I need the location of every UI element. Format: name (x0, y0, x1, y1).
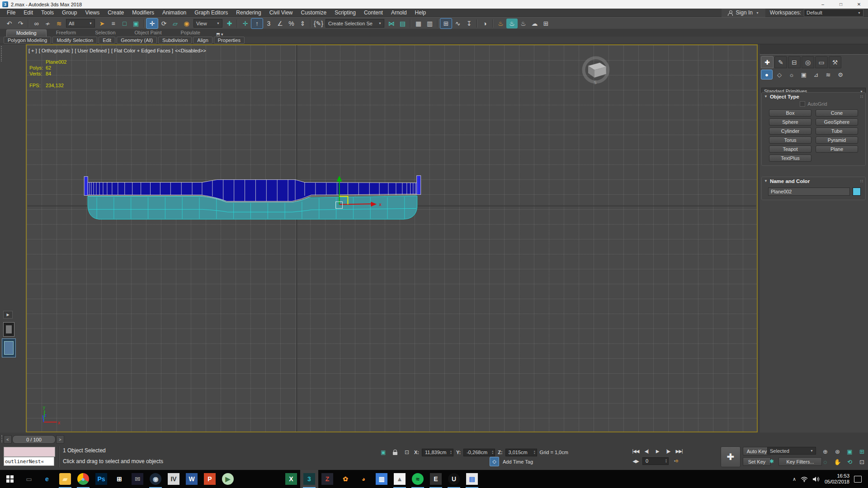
time-configuration-icon[interactable]: ◔⚙ (670, 457, 680, 465)
rendered-frame-window-icon[interactable]: ♨ (506, 19, 518, 28)
maximize-viewport-icon[interactable]: ⊡ (856, 457, 868, 467)
3ds-max[interactable]: 3 (300, 470, 318, 488)
menu-item[interactable]: Content (360, 9, 387, 16)
viewport-layout-tab-2-active[interactable] (2, 338, 16, 357)
maxscript-mini-listener[interactable]: outlinerNest« (4, 457, 54, 466)
modify-tab[interactable]: ✎ (774, 56, 787, 68)
close-button[interactable]: ✕ (850, 0, 868, 9)
cameras-category-icon[interactable]: ▣ (798, 70, 809, 79)
primitive-button[interactable]: GeoSphere (816, 118, 858, 126)
primitive-button[interactable]: Teapot (769, 145, 811, 153)
redo-icon[interactable]: ↷ (15, 19, 26, 28)
spotify[interactable]: ≈ (409, 470, 427, 488)
volume-icon[interactable] (812, 476, 820, 482)
display-tab[interactable]: ▭ (815, 56, 828, 68)
menu-item[interactable]: Arnold (387, 9, 411, 16)
app-iv[interactable]: IV (165, 470, 183, 488)
menu-item[interactable]: Modifiers (128, 9, 158, 16)
viewport-menu-pov[interactable]: [ Orthographic ] (39, 48, 73, 53)
ribbon-panel-button[interactable]: Properties (214, 37, 245, 44)
previous-frame-button[interactable]: ◀| (642, 447, 651, 455)
blender[interactable]: ◕ (354, 470, 373, 488)
photoshop[interactable]: Ps (92, 470, 110, 488)
reference-coordinate-dropdown[interactable]: View ▼ (193, 19, 222, 28)
mirror-icon[interactable]: ⋈ (386, 19, 397, 28)
time-tag-cube-icon[interactable]: ◇ (490, 457, 499, 466)
ribbon-panel-button[interactable]: Subdivision (158, 37, 192, 44)
spinner-icon[interactable]: ▲▼ (450, 450, 452, 455)
geometry-category-icon[interactable]: ● (761, 70, 773, 80)
name-color-rollout-header[interactable]: ▼ Name and Color ∷ (762, 177, 865, 185)
create-animation-button[interactable]: ✚ (721, 446, 741, 467)
menu-item[interactable]: Rendering (232, 9, 265, 16)
mail-app[interactable]: ✉ (128, 470, 146, 488)
ribbon-tab[interactable]: Modeling (6, 29, 47, 37)
play-button[interactable]: ▶ (652, 447, 662, 455)
viewport[interactable]: x x y z S (26, 44, 758, 432)
edge[interactable]: e (38, 470, 56, 488)
menu-item[interactable]: Scripting (330, 9, 360, 16)
start-button[interactable] (0, 470, 20, 488)
viewport-menu-general[interactable]: [ + ] (28, 48, 37, 53)
schematic-view-icon[interactable]: ↧ (463, 19, 475, 28)
isolate-selection-icon[interactable]: ▣ (379, 448, 388, 456)
selection-set-dropdown[interactable]: Selected ▼ (767, 447, 816, 455)
primitive-button[interactable]: Box (769, 109, 811, 117)
epic-games[interactable]: E (427, 470, 445, 488)
menu-item[interactable]: Help (411, 9, 430, 16)
word[interactable]: W (183, 470, 201, 488)
named-selection-sets-icon[interactable]: {✎} (313, 19, 324, 28)
fl-studio[interactable]: ✿ (336, 470, 354, 488)
menu-item[interactable]: Customize (297, 9, 331, 16)
viewport-layout-expand-button[interactable]: ▶ (3, 311, 13, 319)
spinner-snap-icon[interactable]: ⇕ (297, 19, 308, 28)
selection-filter-dropdown[interactable]: All ▼ (66, 19, 95, 28)
menu-item[interactable]: Create (104, 9, 128, 16)
tray-clock[interactable]: 16:53 05/02/2018 (825, 473, 849, 485)
add-time-tag-label[interactable]: Add Time Tag (503, 459, 533, 465)
primitive-button[interactable]: Torus (769, 136, 811, 144)
ribbon-panel-button[interactable]: Modify Selection (52, 37, 97, 44)
set-keys-icon[interactable]: ✱ (767, 457, 776, 465)
snap-pivot-icon[interactable]: ✛ (240, 19, 251, 28)
layer-explorer-icon[interactable]: ▥ (424, 19, 435, 28)
ribbon-tab[interactable]: Freeform (47, 29, 86, 37)
material-editor-icon[interactable]: ◑ (479, 19, 491, 28)
primitive-button[interactable]: Cylinder (769, 127, 811, 135)
select-and-rotate-icon[interactable]: ⟳ (158, 19, 170, 28)
object-name-field[interactable]: Plane002 (768, 188, 850, 196)
ribbon-panel-button[interactable]: Polygon Modeling (4, 37, 51, 44)
render-setup-icon[interactable]: ♨ (495, 19, 506, 28)
angle-snap-icon[interactable]: ∠ (274, 19, 286, 28)
unlink-selection-icon[interactable]: ≁ (42, 19, 53, 28)
primitive-button[interactable]: Pyramid (816, 136, 858, 144)
motion-tab[interactable]: ◎ (802, 56, 814, 68)
zoom-icon[interactable]: ⊕ (819, 446, 831, 457)
selection-lock-icon[interactable] (391, 448, 400, 456)
select-by-name-icon[interactable]: ≡ (108, 19, 119, 28)
select-and-move-icon[interactable]: ✛ (146, 18, 158, 29)
videopad[interactable]: ▥ (373, 470, 391, 488)
helpers-category-icon[interactable]: ⊿ (811, 70, 821, 79)
menu-item[interactable]: Animation (158, 9, 190, 16)
snaps-toggle-icon[interactable]: ↑ (251, 18, 263, 29)
ribbon-tab[interactable]: Populate (171, 29, 209, 37)
absolute-offset-mode-icon[interactable]: ⊡ (402, 448, 411, 456)
object-type-rollout-header[interactable]: ▼ Object Type ∷ (762, 93, 865, 100)
app-window[interactable]: ▤ (463, 470, 481, 488)
zoom-region-icon[interactable]: ◌ (819, 457, 831, 467)
steam[interactable]: ◉ (146, 470, 165, 488)
powerpoint[interactable]: P (201, 470, 219, 488)
menu-item[interactable]: Group (58, 9, 81, 16)
menu-item[interactable]: Edit (19, 9, 37, 16)
viewport-menu-view[interactable]: [ User Defined ] (75, 48, 109, 53)
viewport-menu-shading[interactable]: [ Flat Color + Edged Faces ] (111, 48, 173, 53)
ribbon-tab[interactable]: Selection (85, 29, 125, 37)
lights-category-icon[interactable]: ☼ (786, 70, 797, 79)
shapes-category-icon[interactable]: ◇ (774, 70, 785, 79)
spinner-icon[interactable]: ▲▼ (665, 459, 667, 463)
ribbon-panel-button[interactable]: Geometry (All) (117, 37, 157, 44)
current-frame-field[interactable]: 0 ▲▼ (642, 457, 669, 465)
zoom-extents-all-icon[interactable]: ⊞ (856, 446, 868, 457)
bind-to-space-warp-icon[interactable]: ≋ (53, 19, 65, 28)
